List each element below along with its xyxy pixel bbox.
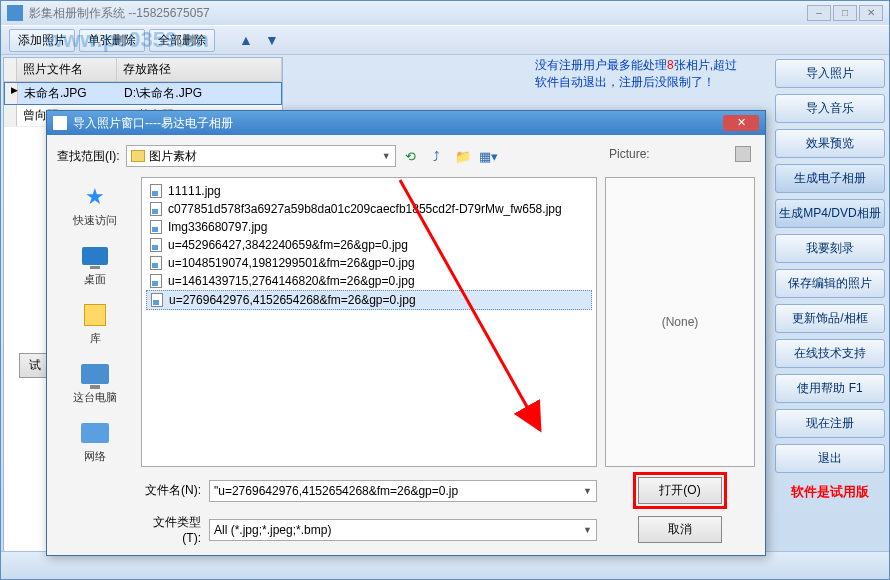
image-file-icon <box>150 238 162 252</box>
nav-down-icon[interactable]: ▼ <box>261 29 283 51</box>
notice-text: 没有注册用户最多能处理8张相片,超过 软件自动退出，注册后没限制了！ <box>535 57 765 91</box>
back-icon[interactable]: ⟲ <box>402 147 420 165</box>
folder-icon <box>131 150 145 162</box>
dialog-icon <box>53 116 67 130</box>
list-item[interactable]: u=452966427,3842240659&fm=26&gp=0.jpg <box>146 236 592 254</box>
list-item[interactable]: 11111.jpg <box>146 182 592 200</box>
library-icon <box>84 304 106 326</box>
lookin-combo[interactable]: 图片素材 ▼ <box>126 145 396 167</box>
filetype-label: 文件类型(T): <box>141 514 201 545</box>
col-header-path[interactable]: 存放路径 <box>117 58 282 81</box>
save-edited-button[interactable]: 保存编辑的照片 <box>775 269 885 298</box>
quick-access-icon: ★ <box>79 183 111 211</box>
row-marker-header <box>4 58 17 81</box>
place-library[interactable]: 库 <box>79 301 111 346</box>
place-desktop[interactable]: 桌面 <box>79 242 111 287</box>
network-icon <box>81 423 109 443</box>
image-file-icon <box>150 184 162 198</box>
trial-label: 软件是试用版 <box>775 483 885 501</box>
preview-none-text: (None) <box>662 315 699 329</box>
preview-box: (None) <box>605 177 755 467</box>
import-photo-button[interactable]: 导入照片 <box>775 59 885 88</box>
register-button[interactable]: 现在注册 <box>775 409 885 438</box>
view-menu-icon[interactable]: ▦▾ <box>480 147 498 165</box>
place-quick-access[interactable]: ★ 快速访问 <box>73 183 117 228</box>
help-button[interactable]: 使用帮助 F1 <box>775 374 885 403</box>
places-bar: ★ 快速访问 桌面 库 这台电脑 网络 <box>57 177 133 467</box>
nav-up-icon[interactable]: ▲ <box>235 29 257 51</box>
list-item[interactable]: c077851d578f3a6927a59b8da01c209caecfb185… <box>146 200 592 218</box>
generate-album-button[interactable]: 生成电子相册 <box>775 164 885 193</box>
chevron-down-icon: ▼ <box>382 151 391 161</box>
new-folder-icon[interactable]: 📁 <box>454 147 472 165</box>
lookin-value: 图片素材 <box>149 148 197 165</box>
dialog-title-bar[interactable]: 导入照片窗口----易达电子相册 ✕ <box>47 111 765 135</box>
right-sidebar: 导入照片 导入音乐 效果预览 生成电子相册 生成MP4/DVD相册 我要刻录 保… <box>771 55 889 579</box>
lookin-label: 查找范围(I): <box>57 148 120 165</box>
preview-pane: (None) <box>605 177 755 467</box>
list-item[interactable]: u=2769642976,4152654268&fm=26&gp=0.jpg <box>146 290 592 310</box>
update-decor-button[interactable]: 更新饰品/相框 <box>775 304 885 333</box>
import-photo-dialog: 导入照片窗口----易达电子相册 ✕ 查找范围(I): 图片素材 ▼ ⟲ ⤴ 📁… <box>46 110 766 556</box>
place-thispc[interactable]: 这台电脑 <box>73 360 117 405</box>
delete-single-button[interactable]: 单张删除 <box>79 29 145 52</box>
window-title: 影集相册制作系统 --15825675057 <box>29 5 210 22</box>
cancel-button[interactable]: 取消 <box>638 516 722 543</box>
computer-icon <box>81 364 109 384</box>
cell-path: D:\未命名.JPG <box>118 83 281 104</box>
online-support-button[interactable]: 在线技术支持 <box>775 339 885 368</box>
burn-button[interactable]: 我要刻录 <box>775 234 885 263</box>
up-icon[interactable]: ⤴ <box>428 147 446 165</box>
desktop-icon <box>82 247 108 265</box>
chevron-down-icon: ▼ <box>583 486 592 496</box>
close-button[interactable]: ✕ <box>859 5 883 21</box>
image-file-icon <box>150 202 162 216</box>
row-marker-icon: ▶ <box>5 83 18 104</box>
image-file-icon <box>151 293 163 307</box>
dialog-close-button[interactable]: ✕ <box>723 115 759 131</box>
image-file-icon <box>150 220 162 234</box>
col-header-name[interactable]: 照片文件名 <box>17 58 117 81</box>
image-file-icon <box>150 274 162 288</box>
cell-name: 未命名.JPG <box>18 83 118 104</box>
chevron-down-icon: ▼ <box>583 525 592 535</box>
toolbar: 添加照片 单张删除 全部删除 ▲ ▼ <box>1 25 889 55</box>
generate-mp4-button[interactable]: 生成MP4/DVD相册 <box>775 199 885 228</box>
preview-label: Picture: <box>609 147 650 161</box>
list-item[interactable]: u=1461439715,2764146820&fm=26&gp=0.jpg <box>146 272 592 290</box>
file-list[interactable]: 11111.jpg c077851d578f3a6927a59b8da01c20… <box>141 177 597 467</box>
maximize-button[interactable]: □ <box>833 5 857 21</box>
table-row[interactable]: ▶ 未命名.JPG D:\未命名.JPG <box>4 82 282 105</box>
image-file-icon <box>150 256 162 270</box>
import-music-button[interactable]: 导入音乐 <box>775 94 885 123</box>
preview-effect-button[interactable]: 效果预览 <box>775 129 885 158</box>
place-network[interactable]: 网络 <box>79 419 111 464</box>
dialog-title: 导入照片窗口----易达电子相册 <box>73 115 233 132</box>
exit-button[interactable]: 退出 <box>775 444 885 473</box>
open-button[interactable]: 打开(O) <box>638 477 722 504</box>
title-bar: 影集相册制作系统 --15825675057 – □ ✕ <box>1 1 889 25</box>
preview-toggle-icon[interactable] <box>735 146 751 162</box>
filetype-combo[interactable]: All (*.jpg;*.jpeg;*.bmp) ▼ <box>209 519 597 541</box>
add-photo-button[interactable]: 添加照片 <box>9 29 75 52</box>
list-item[interactable]: Img336680797.jpg <box>146 218 592 236</box>
minimize-button[interactable]: – <box>807 5 831 21</box>
list-item[interactable]: u=1048519074,1981299501&fm=26&gp=0.jpg <box>146 254 592 272</box>
row-marker-icon <box>4 105 17 126</box>
filename-input[interactable]: "u=2769642976,4152654268&fm=26&gp=0.jp ▼ <box>209 480 597 502</box>
app-icon <box>7 5 23 21</box>
delete-all-button[interactable]: 全部删除 <box>149 29 215 52</box>
filename-label: 文件名(N): <box>141 482 201 499</box>
